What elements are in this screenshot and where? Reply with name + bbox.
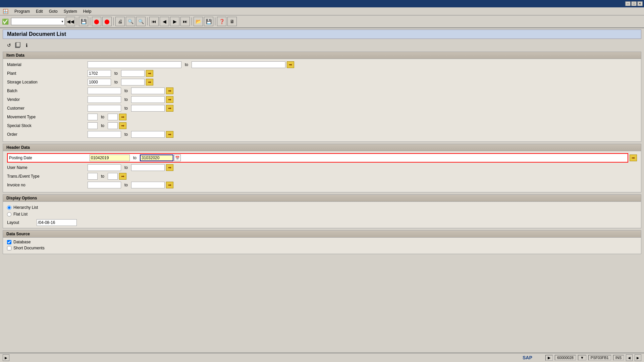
storage-location-select-button[interactable]: ➡ (146, 79, 153, 85)
menu-help[interactable]: Help (80, 8, 94, 14)
database-checkbox[interactable] (7, 240, 11, 244)
close-button[interactable]: ✕ (637, 1, 643, 6)
invoice-no-to-input[interactable] (131, 182, 165, 188)
order-select-button[interactable]: ➡ (166, 131, 173, 138)
maximize-button[interactable]: □ (631, 1, 637, 6)
nav-first-button[interactable]: ⏮ (149, 17, 159, 26)
short-documents-checkbox-item[interactable]: Short Documents (7, 246, 637, 250)
refresh-button[interactable]: ⬤ (102, 17, 112, 26)
save-button[interactable]: 💾 (79, 17, 88, 26)
nav-next-button[interactable]: ▶ (170, 17, 179, 26)
customer-to-input[interactable] (131, 105, 165, 112)
flat-list-option[interactable]: Flat List (7, 212, 637, 217)
nav-last-button[interactable]: ⏭ (180, 17, 190, 26)
material-select-button[interactable]: ➡ (287, 61, 294, 68)
storage-location-to-input[interactable] (121, 79, 145, 85)
invoice-no-from-input[interactable] (88, 182, 121, 188)
storage-location-from-input[interactable] (88, 79, 111, 85)
material-from-input[interactable] (88, 61, 181, 68)
posting-date-from-input[interactable] (90, 155, 130, 161)
database-checkbox-item[interactable]: Database (7, 240, 637, 244)
layout-input[interactable] (37, 219, 77, 226)
storage-location-to-label: to (114, 80, 118, 84)
save-local-button[interactable]: 💾 (204, 17, 213, 26)
vendor-to-input[interactable] (131, 96, 165, 103)
separator-5 (192, 17, 192, 25)
settings-button[interactable]: 🖥 (227, 17, 237, 26)
movement-type-from-input[interactable] (88, 114, 98, 120)
status-arrow-right[interactable]: ▶ (635, 354, 641, 361)
status-play-btn-2[interactable]: ▶ (545, 355, 553, 361)
posting-date-to-input[interactable] (140, 155, 173, 161)
open-folder-button[interactable]: 📂 (194, 17, 203, 26)
stop-button[interactable]: ⬤ (92, 17, 101, 26)
nav-prev-button[interactable]: ◀ (160, 17, 169, 26)
material-to-input[interactable] (192, 61, 285, 68)
menu-program[interactable]: Program (12, 8, 33, 14)
separator-6 (215, 17, 215, 25)
batch-to-input[interactable] (131, 87, 165, 94)
trans-event-type-to-input[interactable] (108, 173, 118, 180)
posting-date-row: Posting Date to 📅 ➡ (7, 153, 637, 163)
sap-logo: SAP (523, 354, 536, 362)
user-name-to-input[interactable] (131, 164, 165, 171)
status-play-button[interactable]: ▶ (3, 354, 9, 361)
plant-select-button[interactable]: ➡ (146, 70, 153, 77)
sap-icon: 🪟 (3, 9, 8, 14)
vendor-to-label: to (124, 97, 128, 102)
print-button[interactable]: 🖨 (115, 17, 125, 26)
trans-event-type-label: Trans./Event Type (7, 174, 88, 179)
special-stock-from-input[interactable] (88, 122, 98, 129)
refresh-action-icon[interactable]: ↺ (5, 42, 13, 49)
calendar-button[interactable]: 📅 (174, 155, 181, 161)
info-action-icon[interactable]: ℹ (23, 42, 30, 49)
vendor-select-button[interactable]: ➡ (166, 96, 173, 103)
movement-type-select-button[interactable]: ➡ (119, 114, 126, 120)
window-controls[interactable]: ─ □ ✕ (625, 1, 643, 6)
find-next-button[interactable]: 🔍 (136, 17, 146, 26)
order-to-input[interactable] (131, 131, 165, 138)
hierarchy-list-radio[interactable] (7, 205, 11, 210)
movement-type-to-label: to (101, 115, 104, 119)
invoice-no-arrow-icon: ➡ (168, 183, 171, 187)
menu-goto[interactable]: Goto (46, 8, 60, 14)
user-name-from-input[interactable] (88, 164, 121, 171)
plant-to-input[interactable] (121, 70, 145, 77)
posting-date-select-button[interactable]: ➡ (630, 155, 637, 161)
menu-edit[interactable]: Edit (33, 8, 46, 14)
status-arrow-left[interactable]: ◀ (626, 354, 633, 361)
customer-select-button[interactable]: ➡ (166, 105, 173, 112)
hierarchy-list-option[interactable]: Hierarchy List (7, 205, 637, 210)
menu-system[interactable]: System (61, 8, 80, 14)
trans-event-type-select-button[interactable]: ➡ (119, 173, 126, 180)
invoice-no-label: Invoice no (7, 183, 88, 187)
invoice-no-select-button[interactable]: ➡ (166, 182, 173, 188)
customer-from-input[interactable] (88, 105, 121, 112)
separator-4 (147, 17, 148, 25)
order-row: Order to ➡ (7, 131, 637, 138)
plant-from-input[interactable] (88, 70, 111, 77)
special-stock-to-input[interactable] (108, 122, 118, 129)
batch-select-button[interactable]: ➡ (166, 87, 173, 94)
help-button[interactable]: ❓ (217, 17, 226, 26)
flat-list-radio[interactable] (7, 212, 11, 217)
find-button[interactable]: 🔍 (126, 17, 135, 26)
minimize-button[interactable]: ─ (625, 1, 631, 6)
vendor-arrow-icon: ➡ (168, 97, 171, 102)
movement-type-to-input[interactable] (108, 114, 118, 120)
copy-action-icon[interactable] (14, 42, 21, 49)
trans-event-type-from-input[interactable] (88, 173, 98, 180)
nav-back-button[interactable]: ◀◀ (66, 17, 75, 26)
posting-date-to-label: to (133, 156, 137, 160)
order-from-input[interactable] (88, 131, 121, 138)
layout-label: Layout (7, 220, 34, 225)
dropdown-arrow-status[interactable]: ▼ (578, 355, 586, 360)
batch-from-input[interactable] (88, 87, 121, 94)
vendor-from-input[interactable] (88, 96, 121, 103)
user-name-select-button[interactable]: ➡ (166, 164, 173, 171)
header-data-section: Header Data Posting Date to 📅 ➡ (3, 144, 641, 192)
short-documents-checkbox[interactable] (7, 246, 11, 250)
command-input[interactable]: ▼ (11, 18, 65, 25)
header-data-header: Header Data (3, 144, 641, 151)
special-stock-select-button[interactable]: ➡ (119, 122, 126, 129)
